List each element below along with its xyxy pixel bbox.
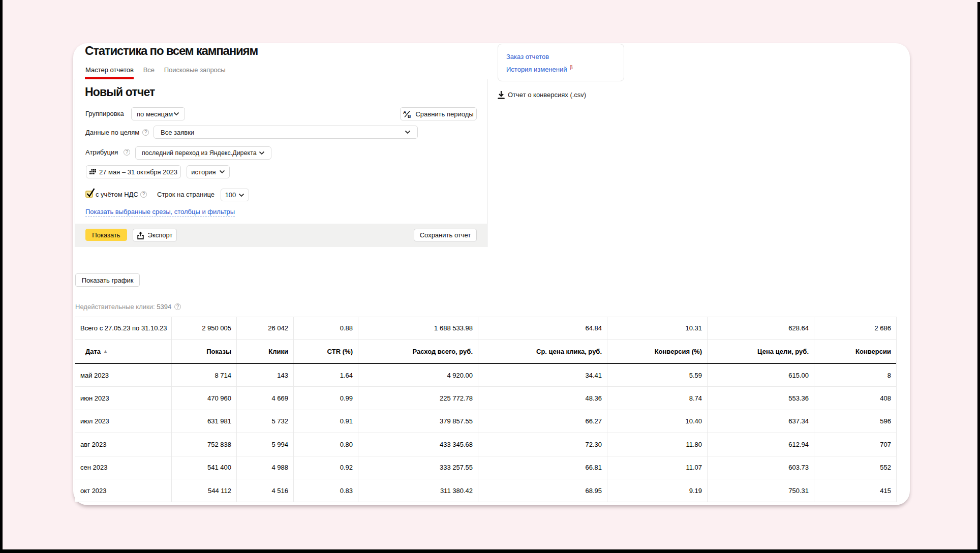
svg-text:B: B [408, 114, 411, 118]
svg-text:A: A [403, 110, 407, 115]
